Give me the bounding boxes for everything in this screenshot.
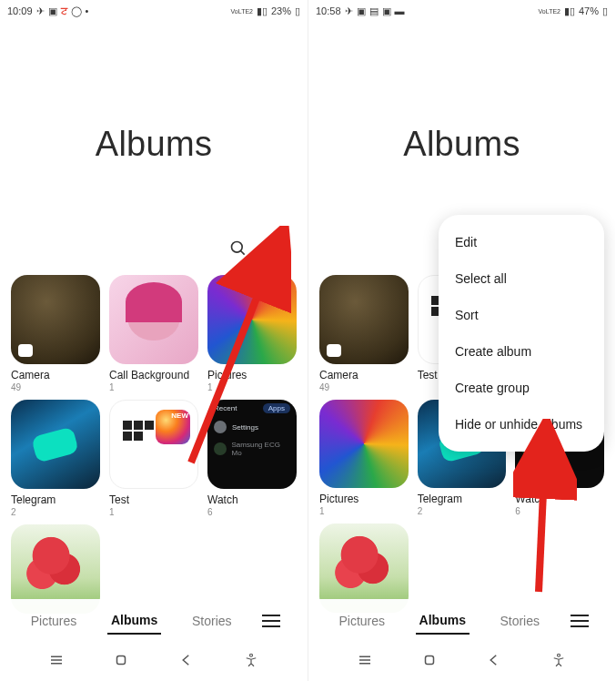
album-count: 1 bbox=[109, 507, 198, 517]
album-camera[interactable]: Camera 49 bbox=[319, 275, 409, 392]
album-name: Test bbox=[109, 493, 198, 506]
svg-line-1 bbox=[241, 251, 245, 255]
tab-pictures[interactable]: Pictures bbox=[27, 608, 81, 634]
snap-notif-icon: ▣ bbox=[357, 5, 366, 17]
app-notif-icon: ▤ bbox=[369, 5, 379, 17]
search-icon[interactable] bbox=[229, 239, 247, 258]
album-pictures[interactable]: Pictures 1 bbox=[207, 275, 297, 392]
system-navbar bbox=[308, 643, 615, 681]
album-pictures[interactable]: Pictures 1 bbox=[319, 400, 409, 517]
status-time: 10:58 bbox=[316, 5, 341, 16]
bottom-tabs: Pictures Albums Stories bbox=[308, 599, 615, 643]
more-options-icon[interactable] bbox=[269, 239, 288, 258]
svg-rect-8 bbox=[117, 656, 126, 665]
album-test[interactable]: Test 1 bbox=[109, 400, 198, 517]
album-count: 1 bbox=[207, 382, 297, 392]
status-left: 10:58 ✈ ▣ ▤ ▣ ▬ bbox=[316, 5, 405, 17]
album-count: 6 bbox=[207, 507, 297, 517]
signal-icon: ▮▯ bbox=[257, 5, 268, 17]
album-name: Pictures bbox=[207, 369, 297, 381]
tab-stories[interactable]: Stories bbox=[188, 608, 236, 634]
home-icon[interactable] bbox=[113, 652, 129, 672]
battery-icon: ▯ bbox=[295, 5, 300, 17]
telegram-notif-icon: ✈ bbox=[36, 5, 45, 17]
album-thumb bbox=[109, 400, 198, 489]
recents-icon[interactable] bbox=[48, 652, 65, 672]
svg-point-2 bbox=[278, 242, 280, 245]
menu-create-group[interactable]: Create group bbox=[439, 370, 604, 406]
telegram-notif-icon: ✈ bbox=[345, 5, 353, 17]
album-name: Watch bbox=[207, 493, 297, 506]
accessibility-icon[interactable] bbox=[243, 652, 259, 672]
album-name: Telegram bbox=[11, 493, 100, 506]
home-icon[interactable] bbox=[421, 652, 438, 672]
album-call-background[interactable]: Call Background 1 bbox=[109, 275, 198, 392]
album-thumb bbox=[11, 275, 100, 364]
album-count: 1 bbox=[109, 382, 198, 392]
album-name: Watch bbox=[515, 493, 604, 505]
album-name: Pictures bbox=[319, 493, 409, 505]
album-count: 49 bbox=[11, 382, 100, 392]
watch-apps: Apps bbox=[263, 403, 290, 413]
status-bar: 10:09 ✈ ▣ ਟ ◯ • VoLTE2 ▮▯ 23% ▯ bbox=[0, 0, 308, 20]
svg-point-0 bbox=[232, 242, 243, 253]
signal-icon: ▮▯ bbox=[564, 5, 575, 17]
airtel-icon: ਟ bbox=[61, 5, 67, 17]
album-telegram[interactable]: Telegram 2 bbox=[11, 400, 100, 517]
menu-sort[interactable]: Sort bbox=[439, 297, 604, 333]
action-row bbox=[0, 237, 308, 260]
page-title: Albums bbox=[0, 125, 308, 164]
tab-stories[interactable]: Stories bbox=[496, 608, 543, 634]
battery-text: 23% bbox=[271, 5, 291, 16]
tab-albums[interactable]: Albums bbox=[416, 607, 470, 635]
svg-point-3 bbox=[278, 248, 280, 250]
album-count: 49 bbox=[319, 382, 409, 392]
album-watch[interactable]: RecentApps Settings Samsung ECG Mo Watch… bbox=[207, 400, 297, 517]
album-thumb: RecentApps Settings Samsung ECG Mo bbox=[207, 400, 297, 489]
app-icon bbox=[214, 442, 227, 455]
status-right: VoLTE2 ▮▯ 23% ▯ bbox=[231, 5, 300, 17]
album-thumb bbox=[207, 275, 297, 364]
menu-hide-unhide[interactable]: Hide or unhide albums bbox=[439, 406, 604, 442]
album-thumb bbox=[109, 275, 198, 364]
volte-icon: VoLTE2 bbox=[231, 8, 253, 15]
battery-icon: ▯ bbox=[602, 5, 608, 17]
msg-notif-icon: ▣ bbox=[48, 5, 57, 17]
volte-icon: VoLTE2 bbox=[539, 8, 560, 15]
album-name: Camera bbox=[319, 369, 409, 381]
album-camera[interactable]: Camera 49 bbox=[11, 275, 100, 392]
album-count: 2 bbox=[418, 506, 507, 516]
status-left: 10:09 ✈ ▣ ਟ ◯ • bbox=[7, 5, 88, 17]
headset-icon: ◯ bbox=[71, 5, 82, 17]
album-count: 6 bbox=[515, 506, 604, 516]
hamburger-icon[interactable] bbox=[571, 615, 589, 627]
phone-right: 10:58 ✈ ▣ ▤ ▣ ▬ VoLTE2 ▮▯ 47% ▯ Albums C… bbox=[308, 0, 615, 681]
tab-pictures[interactable]: Pictures bbox=[336, 608, 389, 634]
phone-left: 10:09 ✈ ▣ ਟ ◯ • VoLTE2 ▮▯ 23% ▯ Albums C… bbox=[0, 0, 308, 681]
album-count: 1 bbox=[319, 506, 409, 516]
back-icon[interactable] bbox=[486, 652, 502, 672]
gear-icon bbox=[214, 421, 227, 433]
album-thumb bbox=[11, 400, 100, 489]
album-name: Telegram bbox=[418, 493, 507, 505]
menu-create-album[interactable]: Create album bbox=[439, 333, 604, 370]
bottom-tabs: Pictures Albums Stories bbox=[0, 599, 308, 643]
album-count: 2 bbox=[11, 507, 100, 517]
menu-select-all[interactable]: Select all bbox=[439, 260, 604, 297]
back-icon[interactable] bbox=[178, 652, 195, 672]
battery-text: 47% bbox=[579, 5, 599, 16]
watch-settings: Settings bbox=[232, 423, 258, 432]
tab-albums[interactable]: Albums bbox=[107, 607, 161, 635]
hamburger-icon[interactable] bbox=[262, 615, 280, 627]
album-name: Call Background bbox=[109, 369, 198, 381]
status-bar: 10:58 ✈ ▣ ▤ ▣ ▬ VoLTE2 ▮▯ 47% ▯ bbox=[308, 0, 615, 20]
album-thumb bbox=[319, 400, 409, 489]
more-options-menu: Edit Select all Sort Create album Create… bbox=[439, 215, 604, 452]
sim-notif-icon: ▣ bbox=[382, 5, 391, 17]
recents-icon[interactable] bbox=[357, 652, 373, 672]
card-notif-icon: ▬ bbox=[395, 5, 405, 16]
accessibility-icon[interactable] bbox=[550, 652, 567, 672]
status-time: 10:09 bbox=[7, 5, 33, 16]
menu-edit[interactable]: Edit bbox=[439, 224, 604, 260]
dot-icon: • bbox=[86, 5, 89, 16]
